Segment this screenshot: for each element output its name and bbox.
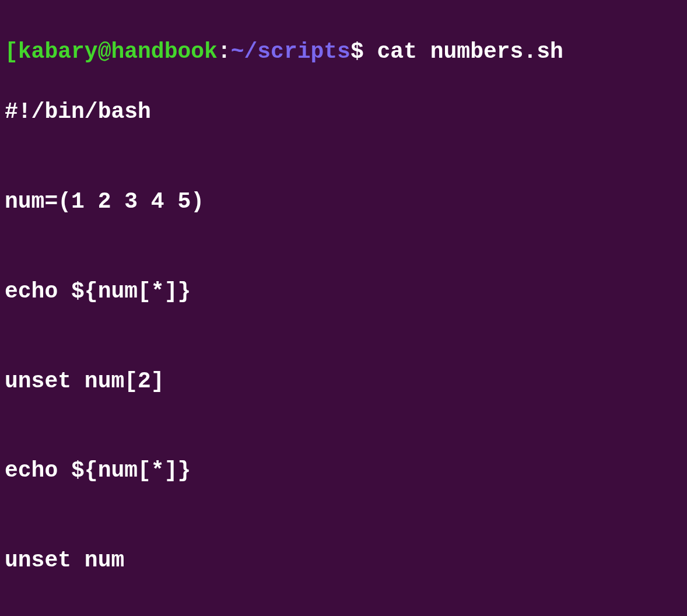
script-line-9: echo ${num[*]} <box>5 456 682 485</box>
command-1: cat numbers.sh <box>377 39 563 64</box>
terminal[interactable]: [kabary@handbook:~/scripts$ cat numbers.… <box>5 7 682 616</box>
script-line-5: echo ${num[*]} <box>5 276 682 306</box>
path: ~/scripts <box>231 39 350 64</box>
script-line-1: #!/bin/bash <box>5 97 682 127</box>
script-line-11: unset num <box>5 545 682 575</box>
script-line-7: unset num[2] <box>5 366 682 396</box>
bracket-open: [ <box>5 39 18 64</box>
user-host: kabary@handbook <box>18 39 218 64</box>
script-line-3: num=(1 2 3 4 5) <box>5 187 682 216</box>
dollar: $ <box>350 39 364 64</box>
prompt-line-1: [kabary@handbook:~/scripts$ cat numbers.… <box>5 37 682 66</box>
colon: : <box>218 39 231 64</box>
